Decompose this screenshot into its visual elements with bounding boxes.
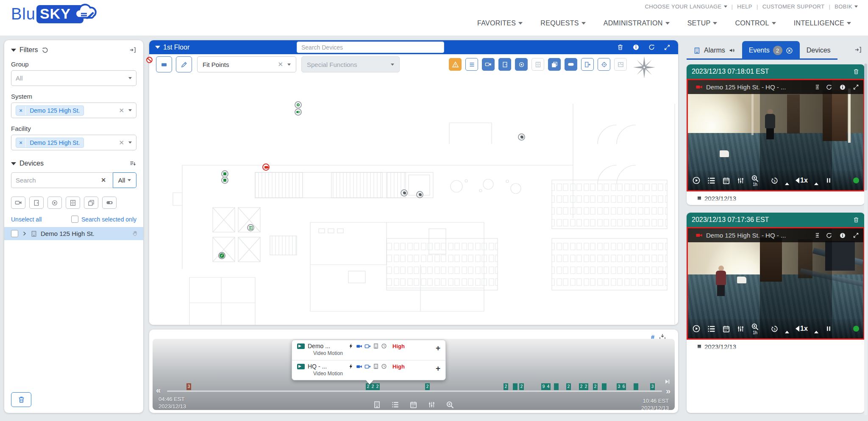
nav-requests[interactable]: REQUESTS [540, 19, 585, 27]
timeline-skip-end-button[interactable] [664, 376, 670, 386]
camera-play-icon[interactable] [364, 363, 371, 370]
info-icon[interactable] [632, 44, 640, 51]
device-marker-door[interactable] [221, 177, 228, 184]
choose-language-link[interactable]: CHOOSE YOUR LANGUAGE [645, 3, 727, 10]
device-marker-gray[interactable] [416, 191, 423, 198]
timeline-event-marker[interactable] [554, 383, 559, 390]
device-marker-toggle[interactable] [295, 108, 302, 116]
tooltip-event-row[interactable]: HQ - ... High + Video Motion [292, 360, 445, 380]
timeline-event-marker[interactable]: 2 [593, 383, 598, 390]
event-list-icon[interactable] [707, 176, 716, 185]
close-events-icon[interactable] [786, 47, 793, 54]
show-readers-button[interactable] [581, 58, 594, 71]
list-icon[interactable] [391, 401, 399, 409]
timeline-forward-button[interactable]: » [666, 386, 670, 396]
timeline-event-marker[interactable]: 2 [425, 383, 430, 390]
timeline-event-marker[interactable]: 2 [504, 383, 508, 390]
device-marker-camera-alarm[interactable] [262, 163, 270, 171]
sliders-icon[interactable] [737, 177, 745, 185]
caret-up-icon[interactable] [785, 331, 789, 333]
rewind-5s-icon[interactable] [771, 177, 779, 185]
show-motion-button[interactable] [515, 58, 528, 71]
fit-points-select[interactable]: Fit Points ✕ [197, 56, 296, 72]
video-expand-icon[interactable] [853, 84, 859, 90]
tab-events[interactable]: Events 2 [742, 41, 800, 60]
video-refresh-icon[interactable] [826, 232, 832, 239]
device-marker-check[interactable]: ✓ [218, 252, 225, 259]
camera-play-icon[interactable] [364, 343, 371, 349]
calendar-icon[interactable] [722, 177, 730, 185]
add-event-button[interactable]: + [436, 364, 440, 373]
timeline-event-marker[interactable]: 4 [546, 383, 551, 390]
collapse-sidebar-icon[interactable] [129, 46, 136, 54]
remove-tag-icon[interactable]: × [16, 106, 26, 115]
play-direction-icon[interactable] [692, 324, 701, 333]
timeline-event-marker[interactable]: 3 [650, 383, 655, 390]
alarm-warning-button[interactable] [449, 58, 462, 71]
playback-speed-control[interactable]: 1x [796, 325, 808, 332]
chevron-down-icon[interactable] [11, 49, 16, 52]
device-marker-building[interactable] [247, 224, 254, 231]
timeline-event-marker[interactable] [634, 383, 638, 390]
nav-favorites[interactable]: FAVORITES [477, 19, 523, 27]
filter-motion-button[interactable] [47, 197, 62, 209]
facility-select[interactable]: ×Demo 125 High St. ✕ [11, 135, 136, 150]
clear-select-icon[interactable]: ✕ [278, 61, 283, 68]
pause-icon[interactable] [825, 177, 832, 184]
chevron-down-icon[interactable] [11, 162, 16, 165]
clear-select-icon[interactable]: ✕ [119, 107, 124, 114]
timeline-event-marker[interactable]: 3 [617, 383, 621, 390]
video-player[interactable]: Demo 125 High St. - HQ - ... [687, 79, 865, 191]
event-detail-row[interactable]: 2023/12/13 [687, 191, 865, 203]
show-toggles-button[interactable] [565, 58, 577, 71]
timeline-event-marker[interactable]: 6 [621, 383, 626, 390]
chevron-right-icon[interactable] [22, 231, 27, 236]
filter-door-button[interactable] [29, 197, 44, 209]
customer-support-link[interactable]: CUSTOMER SUPPORT [762, 3, 825, 10]
timeline-event-marker[interactable]: 2 [584, 383, 588, 390]
collapse-panel-icon[interactable] [854, 46, 862, 54]
user-menu[interactable]: BOBIK [835, 3, 858, 10]
group-select[interactable]: All [11, 70, 136, 86]
timeline-event-marker[interactable]: 2 [375, 383, 380, 390]
calendar-icon[interactable] [409, 401, 417, 409]
trash-icon[interactable] [853, 216, 860, 223]
system-select[interactable]: ×Demo 125 High St. ✕ [11, 102, 136, 118]
timeline-event-marker[interactable]: 2 [579, 383, 584, 390]
trash-icon[interactable] [617, 44, 624, 51]
floor-selector[interactable]: 1st Floor [155, 44, 189, 51]
calendar-icon[interactable] [722, 325, 730, 333]
device-marker-motion[interactable] [295, 101, 302, 108]
video-zoom-button[interactable]: 1h [751, 323, 759, 335]
event-list-icon[interactable] [707, 324, 716, 333]
camera-icon[interactable] [356, 363, 362, 370]
nav-setup[interactable]: SETUP [687, 19, 718, 27]
edit-button[interactable] [176, 56, 192, 72]
speaker-icon[interactable] [729, 47, 735, 54]
video-refresh-icon[interactable] [826, 84, 832, 91]
filter-elevator-button[interactable] [66, 197, 80, 209]
camera-icon[interactable] [356, 343, 362, 349]
video-settings-icon[interactable] [812, 232, 819, 239]
remove-tag-icon[interactable]: × [16, 138, 26, 147]
sliders-icon[interactable] [737, 325, 745, 333]
tab-alarms[interactable]: Alarms [687, 42, 742, 60]
sliders-icon[interactable] [428, 401, 436, 409]
timeline-zoom-button[interactable]: 6h [446, 401, 454, 410]
trash-icon[interactable] [853, 68, 860, 75]
drag-handle-icon[interactable] [132, 230, 138, 237]
facility-icon[interactable] [373, 401, 381, 409]
show-doors-button[interactable] [498, 58, 511, 71]
video-info-icon[interactable] [839, 84, 846, 91]
center-map-button[interactable] [598, 58, 610, 71]
refresh-icon[interactable] [648, 44, 655, 51]
search-selected-only-checkbox[interactable] [71, 216, 78, 223]
help-link[interactable]: HELP [737, 3, 752, 10]
video-player[interactable]: Demo 125 High St. - HQ - ... [687, 227, 865, 340]
video-expand-icon[interactable] [853, 232, 859, 238]
playback-speed-control[interactable]: 1x [796, 177, 808, 184]
event-detail-row[interactable]: 2023/12/13 [687, 340, 865, 352]
sort-devices-icon[interactable] [129, 160, 136, 167]
timeline-back-button[interactable]: « [156, 385, 161, 395]
timeline-event-marker[interactable] [513, 383, 517, 390]
